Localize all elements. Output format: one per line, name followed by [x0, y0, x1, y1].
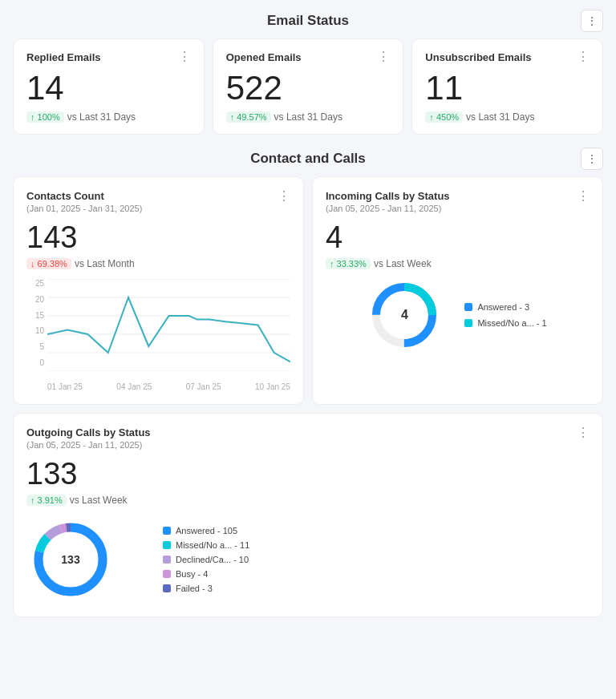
incoming-calls-legend: Answered - 3 Missed/No a... - 1	[464, 302, 546, 328]
contact-calls-title: Contact and Calls	[250, 151, 366, 167]
incoming-calls-donut-label: 4	[401, 308, 408, 322]
unsubscribed-emails-card: Unsubscribed Emails ⋮ 11 ↑ 450% vs Last …	[411, 38, 603, 135]
legend-item-failed-out: Failed - 3	[163, 584, 249, 593]
outgoing-calls-legend: Answered - 105 Missed/No a... - 11 Decli…	[163, 526, 249, 593]
opened-emails-menu[interactable]: ⋮	[377, 51, 390, 63]
unsubscribed-emails-comparison: vs Last 31 Days	[466, 111, 534, 123]
legend-dot-answered-out	[163, 527, 171, 535]
legend-item-answered: Answered - 3	[464, 302, 546, 312]
legend-label-busy-out: Busy - 4	[176, 569, 208, 579]
legend-item-missed: Missed/No a... - 1	[464, 318, 546, 328]
contacts-line-chart: 25 20 15 10 5 0	[26, 279, 290, 391]
contacts-count-badge: ↓ 69.38%	[26, 258, 71, 269]
unsubscribed-emails-menu[interactable]: ⋮	[577, 51, 590, 63]
chart-y-labels: 25 20 15 10 5 0	[26, 279, 44, 367]
email-status-menu-button[interactable]: ⋮	[581, 10, 603, 32]
legend-label-answered-out: Answered - 105	[176, 526, 237, 535]
contact-calls-menu-button[interactable]: ⋮	[581, 147, 603, 170]
outgoing-calls-change: ↑ 3.91% vs Last Week	[26, 495, 590, 506]
legend-item-answered-out: Answered - 105	[163, 526, 249, 535]
legend-dot-missed-out	[163, 541, 171, 549]
unsubscribed-emails-title: Unsubscribed Emails	[425, 51, 531, 63]
unsubscribed-emails-badge: ↑ 450%	[425, 111, 463, 123]
legend-label-answered: Answered - 3	[477, 302, 529, 312]
opened-emails-change: ↑ 49.57% vs Last 31 Days	[226, 111, 391, 123]
contacts-count-value: 143	[26, 221, 290, 255]
outgoing-calls-donut-section: 133 Answered - 105 Missed/No a... - 11 D…	[26, 515, 590, 604]
legend-dot-missed	[464, 319, 472, 327]
legend-dot-busy-out	[163, 570, 171, 578]
legend-dot-answered	[464, 303, 472, 311]
incoming-calls-donut-section: 4 Answered - 3 Missed/No a... - 1	[326, 279, 590, 351]
legend-item-declined-out: Declined/Ca... - 10	[163, 555, 249, 564]
opened-emails-badge: ↑ 49.57%	[226, 111, 271, 123]
replied-emails-value: 14	[26, 70, 191, 107]
replied-emails-comparison: vs Last 31 Days	[67, 111, 136, 123]
unsubscribed-emails-change: ↑ 450% vs Last 31 Days	[425, 111, 590, 123]
email-status-header: Email Status ⋮	[13, 13, 603, 29]
incoming-calls-donut: 4	[368, 279, 440, 351]
outgoing-calls-donut: 133	[26, 515, 115, 604]
legend-item-busy-out: Busy - 4	[163, 569, 249, 579]
chart-x-labels: 01 Jan 25 04 Jan 25 07 Jan 25 10 Jan 25	[47, 382, 290, 391]
replied-emails-title: Replied Emails	[26, 51, 100, 63]
opened-emails-card: Opened Emails ⋮ 522 ↑ 49.57% vs Last 31 …	[213, 38, 404, 135]
replied-emails-card: Replied Emails ⋮ 14 ↑ 100% vs Last 31 Da…	[13, 38, 205, 135]
legend-label-missed: Missed/No a... - 1	[477, 318, 546, 328]
contacts-count-menu[interactable]: ⋮	[278, 190, 290, 203]
email-status-title: Email Status	[267, 13, 349, 29]
legend-dot-declined-out	[163, 556, 171, 564]
replied-emails-badge: ↑ 100%	[26, 111, 64, 123]
outgoing-calls-subtitle: (Jan 05, 2025 - Jan 11, 2025)	[26, 440, 151, 450]
legend-label-declined-out: Declined/Ca... - 10	[176, 555, 249, 564]
outgoing-calls-card: Outgoing Calls by Status (Jan 05, 2025 -…	[13, 413, 603, 617]
outgoing-calls-badge: ↑ 3.91%	[26, 495, 67, 506]
incoming-calls-change: ↑ 33.33% vs Last Week	[326, 258, 590, 269]
legend-item-missed-out: Missed/No a... - 11	[163, 540, 249, 550]
legend-label-failed-out: Failed - 3	[176, 584, 213, 593]
contact-calls-row: Contacts Count (Jan 01, 2025 - Jan 31, 2…	[13, 176, 603, 405]
opened-emails-value: 522	[226, 70, 391, 107]
legend-label-missed-out: Missed/No a... - 11	[176, 540, 249, 550]
outgoing-calls-title: Outgoing Calls by Status	[26, 426, 151, 438]
replied-emails-menu[interactable]: ⋮	[178, 51, 191, 63]
incoming-calls-menu[interactable]: ⋮	[577, 190, 590, 203]
contact-calls-header: Contact and Calls ⋮	[13, 151, 603, 167]
contacts-count-title: Contacts Count	[26, 190, 142, 202]
contacts-count-subtitle: (Jan 01, 2025 - Jan 31, 2025)	[26, 204, 142, 213]
incoming-calls-title: Incoming Calls by Status	[326, 190, 450, 202]
outgoing-calls-menu[interactable]: ⋮	[577, 426, 590, 439]
opened-emails-comparison: vs Last 31 Days	[274, 111, 342, 123]
legend-dot-failed-out	[163, 584, 171, 592]
incoming-calls-subtitle: (Jan 05, 2025 - Jan 11, 2025)	[326, 204, 450, 213]
outgoing-calls-comparison: vs Last Week	[70, 495, 128, 506]
opened-emails-title: Opened Emails	[226, 51, 302, 63]
replied-emails-change: ↑ 100% vs Last 31 Days	[26, 111, 191, 123]
incoming-calls-badge: ↑ 33.33%	[326, 258, 371, 269]
email-cards-row: Replied Emails ⋮ 14 ↑ 100% vs Last 31 Da…	[13, 38, 603, 135]
contacts-count-comparison: vs Last Month	[75, 258, 135, 269]
incoming-calls-value: 4	[326, 221, 590, 255]
contacts-count-card: Contacts Count (Jan 01, 2025 - Jan 31, 2…	[13, 176, 304, 405]
contacts-count-change: ↓ 69.38% vs Last Month	[26, 258, 290, 269]
incoming-calls-comparison: vs Last Week	[374, 258, 432, 269]
incoming-calls-card: Incoming Calls by Status (Jan 05, 2025 -…	[312, 176, 603, 405]
outgoing-calls-value: 133	[26, 458, 590, 491]
outgoing-calls-donut-label: 133	[61, 553, 79, 566]
unsubscribed-emails-value: 11	[425, 70, 590, 107]
